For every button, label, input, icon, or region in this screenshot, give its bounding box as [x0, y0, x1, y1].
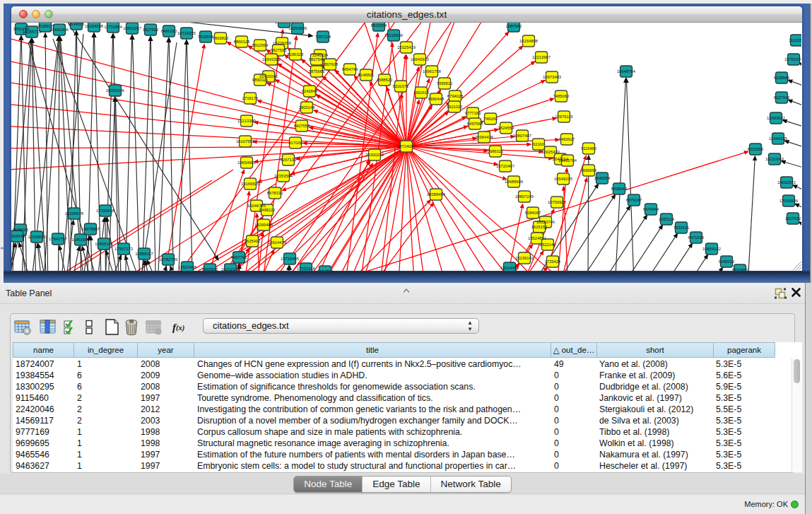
- svg-text:12213389: 12213389: [237, 119, 256, 123]
- svg-text:15136141: 15136141: [515, 256, 534, 260]
- svg-text:8938943: 8938943: [611, 187, 628, 191]
- svg-text:16648784: 16648784: [617, 69, 636, 74]
- svg-text:9634505: 9634505: [69, 23, 85, 26]
- svg-text:15226058: 15226058: [273, 41, 291, 45]
- svg-text:12905115: 12905115: [95, 242, 112, 246]
- svg-text:7625402: 7625402: [245, 239, 261, 243]
- svg-text:16782759: 16782759: [159, 257, 177, 262]
- svg-text:1527602: 1527602: [143, 28, 159, 32]
- svg-text:17332416: 17332416: [297, 267, 315, 271]
- svg-text:8454749: 8454749: [342, 67, 358, 71]
- svg-text:8912954: 8912954: [252, 43, 269, 47]
- svg-text:1640954: 1640954: [594, 176, 611, 180]
- svg-text:14055713: 14055713: [23, 30, 41, 34]
- svg-text:5498222: 5498222: [259, 208, 276, 212]
- svg-text:10973493: 10973493: [543, 75, 561, 79]
- svg-text:9024502: 9024502: [317, 269, 334, 271]
- svg-text:15495784: 15495784: [558, 158, 577, 163]
- svg-text:2522144: 2522144: [540, 243, 556, 247]
- svg-text:20364436: 20364436: [475, 135, 493, 139]
- svg-text:9242848: 9242848: [302, 89, 318, 93]
- svg-text:1621022: 1621022: [447, 105, 463, 109]
- svg-text:16210643: 16210643: [765, 157, 784, 161]
- svg-text:9915428: 9915428: [11, 234, 25, 238]
- svg-text:9832450: 9832450: [732, 268, 748, 271]
- svg-text:3624554: 3624554: [498, 126, 514, 130]
- svg-text:7932621: 7932621: [673, 226, 690, 230]
- svg-text:7515546: 7515546: [198, 35, 214, 39]
- svg-text:6794028: 6794028: [447, 94, 464, 98]
- svg-text:19654983: 19654983: [237, 160, 256, 165]
- svg-text:16154808: 16154808: [519, 39, 538, 43]
- svg-text:16053809: 16053809: [288, 26, 307, 30]
- svg-text:10854122: 10854122: [702, 247, 721, 251]
- svg-text:62160: 62160: [533, 142, 544, 146]
- svg-text:16053810: 16053810: [275, 23, 293, 24]
- svg-text:1733426: 1733426: [545, 259, 561, 264]
- svg-text:25300293: 25300293: [365, 153, 384, 157]
- svg-text:2803144: 2803144: [299, 105, 315, 110]
- svg-text:1362615: 1362615: [413, 90, 430, 95]
- svg-text:10756928: 10756928: [548, 200, 566, 204]
- svg-text:10688609: 10688609: [505, 180, 523, 184]
- svg-text:12093822: 12093822: [767, 116, 785, 120]
- svg-text:9535001: 9535001: [13, 228, 29, 232]
- svg-text:7357224: 7357224: [315, 35, 331, 39]
- svg-text:16543362: 16543362: [262, 57, 281, 62]
- svg-text:11156829: 11156829: [28, 235, 46, 239]
- svg-text:15751074: 15751074: [784, 57, 801, 62]
- svg-text:19166825: 19166825: [241, 182, 259, 186]
- svg-text:1588520: 1588520: [377, 78, 393, 82]
- svg-text:6466160: 6466160: [161, 29, 177, 33]
- svg-text:8186328: 8186328: [288, 52, 304, 57]
- svg-text:12975115: 12975115: [555, 115, 572, 119]
- svg-text:16120746: 16120746: [536, 220, 555, 224]
- svg-text:8215955: 8215955: [748, 147, 764, 151]
- svg-text:6879197: 6879197: [626, 198, 642, 202]
- svg-text:7986322: 7986322: [488, 149, 504, 153]
- svg-text:16014456: 16014456: [500, 266, 519, 270]
- svg-text:15720407: 15720407: [496, 164, 514, 168]
- svg-text:8267130: 8267130: [281, 158, 297, 162]
- svg-text:17359938: 17359938: [96, 209, 114, 213]
- svg-text:15692972: 15692972: [777, 180, 796, 185]
- svg-text:2087682: 2087682: [506, 24, 522, 28]
- svg-text:1112058: 1112058: [789, 38, 801, 42]
- svg-text:10958117: 10958117: [135, 252, 153, 256]
- svg-text:20691406: 20691406: [50, 28, 69, 32]
- svg-text:10719155: 10719155: [177, 31, 196, 35]
- svg-text:11451948: 11451948: [71, 238, 89, 242]
- svg-text:2935114: 2935114: [659, 217, 675, 221]
- svg-text:13524851: 13524851: [528, 236, 546, 240]
- svg-text:12353594: 12353594: [274, 174, 293, 178]
- svg-text:746266: 746266: [483, 117, 497, 121]
- svg-text:9084067: 9084067: [525, 211, 541, 215]
- svg-text:9890321: 9890321: [252, 78, 269, 82]
- svg-text:16107553: 16107553: [236, 139, 254, 144]
- svg-text:11731804: 11731804: [104, 25, 122, 29]
- svg-text:2718176: 2718176: [242, 96, 259, 100]
- svg-text:8990448: 8990448: [428, 97, 445, 101]
- svg-text:8471636: 8471636: [688, 235, 705, 240]
- svg-text:9245012: 9245012: [719, 259, 735, 264]
- svg-text:10975887: 10975887: [81, 227, 100, 231]
- svg-text:9777169: 9777169: [465, 111, 481, 115]
- svg-text:7485063: 7485063: [553, 94, 570, 98]
- svg-text:8860128: 8860128: [234, 40, 250, 44]
- svg-text:12444155: 12444155: [769, 136, 787, 141]
- svg-text:9227343: 9227343: [774, 95, 790, 100]
- svg-text:8813054: 8813054: [371, 23, 387, 28]
- svg-text:8220371: 8220371: [393, 84, 409, 88]
- svg-text:17957273: 17957273: [114, 247, 133, 251]
- svg-text:12923468: 12923468: [178, 265, 196, 269]
- svg-text:10807487: 10807487: [513, 134, 531, 138]
- svg-text:16914479: 16914479: [268, 240, 286, 245]
- svg-text:1615152: 1615152: [531, 225, 548, 229]
- svg-text:9827505: 9827505: [271, 48, 287, 52]
- svg-text:12213967: 12213967: [532, 55, 551, 59]
- svg-text:(x): (x): [176, 324, 184, 332]
- svg-text:9457791: 9457791: [231, 255, 247, 259]
- svg-text:15325419: 15325419: [397, 45, 416, 49]
- svg-text:20053346: 20053346: [106, 88, 124, 93]
- svg-text:8678332: 8678332: [267, 191, 283, 195]
